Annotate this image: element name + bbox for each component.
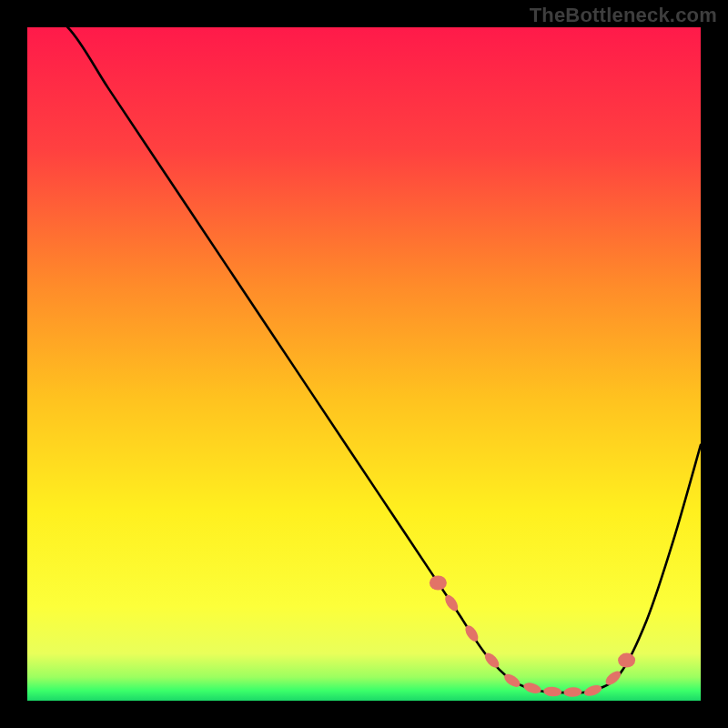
bottleneck-chart-svg: [27, 27, 701, 701]
optimal-endpoint-marker: [430, 576, 447, 591]
optimal-endpoint-marker: [618, 653, 635, 668]
chart-frame: TheBottleneck.com: [0, 0, 728, 728]
attribution-label: TheBottleneck.com: [530, 4, 717, 27]
plot-area: [27, 27, 701, 701]
gradient-background: [27, 27, 701, 701]
